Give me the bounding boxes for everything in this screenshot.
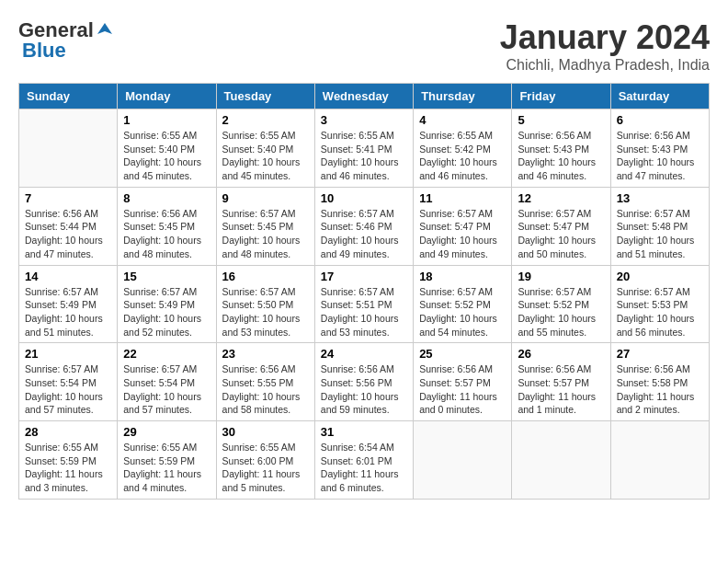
day-number: 5 (518, 113, 604, 127)
calendar-cell: 24Sunrise: 6:56 AM Sunset: 5:56 PM Dayli… (314, 343, 413, 421)
day-number: 1 (123, 113, 210, 127)
calendar-cell: 1Sunrise: 6:55 AM Sunset: 5:40 PM Daylig… (118, 109, 216, 188)
day-number: 28 (25, 425, 111, 439)
day-info: Sunrise: 6:55 AM Sunset: 5:40 PM Dayligh… (123, 129, 210, 183)
title-block: January 2024 Chichli, Madhya Pradesh, In… (500, 18, 710, 74)
calendar-cell: 18Sunrise: 6:57 AM Sunset: 5:52 PM Dayli… (414, 265, 512, 343)
day-number: 10 (321, 191, 407, 205)
day-number: 23 (222, 347, 309, 361)
day-number: 31 (321, 425, 407, 439)
day-info: Sunrise: 6:57 AM Sunset: 5:52 PM Dayligh… (419, 285, 506, 339)
day-number: 18 (419, 270, 506, 283)
calendar-week-row: 28Sunrise: 6:55 AM Sunset: 5:59 PM Dayli… (19, 421, 710, 500)
svg-marker-0 (97, 23, 112, 34)
day-number: 17 (321, 270, 407, 283)
calendar-cell: 4Sunrise: 6:55 AM Sunset: 5:42 PM Daylig… (414, 109, 512, 188)
day-info: Sunrise: 6:57 AM Sunset: 5:53 PM Dayligh… (617, 285, 703, 339)
day-number: 8 (123, 191, 210, 205)
calendar-cell: 31Sunrise: 6:54 AM Sunset: 6:01 PM Dayli… (314, 421, 413, 500)
day-info: Sunrise: 6:56 AM Sunset: 5:45 PM Dayligh… (123, 207, 210, 261)
calendar-cell: 26Sunrise: 6:56 AM Sunset: 5:57 PM Dayli… (512, 343, 610, 421)
calendar-cell: 17Sunrise: 6:57 AM Sunset: 5:51 PM Dayli… (314, 265, 413, 343)
weekday-header: Wednesday (314, 84, 413, 109)
calendar-cell: 29Sunrise: 6:55 AM Sunset: 5:59 PM Dayli… (118, 421, 216, 500)
day-info: Sunrise: 6:56 AM Sunset: 5:58 PM Dayligh… (617, 362, 703, 417)
weekday-header: Sunday (19, 84, 118, 109)
day-number: 25 (419, 347, 506, 361)
day-info: Sunrise: 6:56 AM Sunset: 5:43 PM Dayligh… (518, 129, 604, 183)
calendar-cell: 25Sunrise: 6:56 AM Sunset: 5:57 PM Dayli… (414, 343, 512, 421)
day-number: 13 (617, 191, 703, 205)
calendar-cell: 7Sunrise: 6:56 AM Sunset: 5:44 PM Daylig… (19, 187, 118, 265)
day-number: 27 (617, 347, 703, 361)
logo: General Blue (18, 18, 114, 63)
day-number: 20 (617, 270, 703, 283)
day-info: Sunrise: 6:57 AM Sunset: 5:47 PM Dayligh… (518, 207, 604, 261)
calendar-table: SundayMondayTuesdayWednesdayThursdayFrid… (18, 83, 710, 500)
calendar-cell (414, 421, 512, 500)
day-info: Sunrise: 6:57 AM Sunset: 5:52 PM Dayligh… (518, 285, 604, 339)
day-number: 22 (123, 347, 210, 361)
day-info: Sunrise: 6:56 AM Sunset: 5:57 PM Dayligh… (419, 362, 506, 417)
day-info: Sunrise: 6:56 AM Sunset: 5:56 PM Dayligh… (321, 362, 407, 417)
calendar-week-row: 14Sunrise: 6:57 AM Sunset: 5:49 PM Dayli… (19, 265, 710, 343)
day-info: Sunrise: 6:57 AM Sunset: 5:49 PM Dayligh… (25, 285, 111, 339)
day-info: Sunrise: 6:54 AM Sunset: 6:01 PM Dayligh… (321, 441, 407, 495)
calendar-cell: 2Sunrise: 6:55 AM Sunset: 5:40 PM Daylig… (216, 109, 314, 188)
day-info: Sunrise: 6:57 AM Sunset: 5:51 PM Dayligh… (321, 285, 407, 339)
day-number: 3 (321, 113, 407, 127)
page-header: General Blue January 2024 Chichli, Madhy… (18, 18, 710, 74)
weekday-header: Tuesday (216, 84, 314, 109)
day-number: 19 (518, 270, 604, 283)
calendar-cell: 9Sunrise: 6:57 AM Sunset: 5:45 PM Daylig… (216, 187, 314, 265)
day-info: Sunrise: 6:57 AM Sunset: 5:50 PM Dayligh… (222, 285, 309, 339)
month-title: January 2024 (500, 18, 710, 57)
calendar-cell: 6Sunrise: 6:56 AM Sunset: 5:43 PM Daylig… (610, 109, 709, 188)
day-info: Sunrise: 6:56 AM Sunset: 5:44 PM Dayligh… (25, 207, 111, 261)
weekday-header: Thursday (414, 84, 512, 109)
location-title: Chichli, Madhya Pradesh, India (500, 57, 710, 74)
logo-bird-icon (96, 21, 114, 40)
day-number: 21 (25, 347, 111, 361)
day-info: Sunrise: 6:57 AM Sunset: 5:45 PM Dayligh… (222, 207, 309, 261)
calendar-cell: 28Sunrise: 6:55 AM Sunset: 5:59 PM Dayli… (19, 421, 118, 500)
day-number: 11 (419, 191, 506, 205)
calendar-cell: 23Sunrise: 6:56 AM Sunset: 5:55 PM Dayli… (216, 343, 314, 421)
day-info: Sunrise: 6:57 AM Sunset: 5:54 PM Dayligh… (25, 362, 111, 417)
day-info: Sunrise: 6:57 AM Sunset: 5:54 PM Dayligh… (123, 362, 210, 417)
day-info: Sunrise: 6:57 AM Sunset: 5:49 PM Dayligh… (123, 285, 210, 339)
calendar-cell: 11Sunrise: 6:57 AM Sunset: 5:47 PM Dayli… (414, 187, 512, 265)
day-info: Sunrise: 6:56 AM Sunset: 5:55 PM Dayligh… (222, 362, 309, 417)
weekday-header: Saturday (610, 84, 709, 109)
weekday-header: Friday (512, 84, 610, 109)
calendar-cell: 13Sunrise: 6:57 AM Sunset: 5:48 PM Dayli… (610, 187, 709, 265)
calendar-cell: 8Sunrise: 6:56 AM Sunset: 5:45 PM Daylig… (118, 187, 216, 265)
calendar-cell: 21Sunrise: 6:57 AM Sunset: 5:54 PM Dayli… (19, 343, 118, 421)
calendar-cell: 5Sunrise: 6:56 AM Sunset: 5:43 PM Daylig… (512, 109, 610, 188)
day-info: Sunrise: 6:57 AM Sunset: 5:48 PM Dayligh… (617, 207, 703, 261)
day-number: 15 (123, 270, 210, 283)
calendar-cell: 30Sunrise: 6:55 AM Sunset: 6:00 PM Dayli… (216, 421, 314, 500)
day-number: 9 (222, 191, 309, 205)
day-info: Sunrise: 6:57 AM Sunset: 5:46 PM Dayligh… (321, 207, 407, 261)
calendar-cell: 16Sunrise: 6:57 AM Sunset: 5:50 PM Dayli… (216, 265, 314, 343)
day-number: 16 (222, 270, 309, 283)
calendar-cell (512, 421, 610, 500)
day-info: Sunrise: 6:55 AM Sunset: 5:40 PM Dayligh… (222, 129, 309, 183)
day-number: 4 (419, 113, 506, 127)
calendar-cell: 3Sunrise: 6:55 AM Sunset: 5:41 PM Daylig… (314, 109, 413, 188)
day-number: 24 (321, 347, 407, 361)
day-info: Sunrise: 6:55 AM Sunset: 5:41 PM Dayligh… (321, 129, 407, 183)
day-number: 6 (617, 113, 703, 127)
calendar-cell: 19Sunrise: 6:57 AM Sunset: 5:52 PM Dayli… (512, 265, 610, 343)
calendar-cell: 20Sunrise: 6:57 AM Sunset: 5:53 PM Dayli… (610, 265, 709, 343)
day-info: Sunrise: 6:55 AM Sunset: 5:42 PM Dayligh… (419, 129, 506, 183)
day-info: Sunrise: 6:57 AM Sunset: 5:47 PM Dayligh… (419, 207, 506, 261)
calendar-cell: 22Sunrise: 6:57 AM Sunset: 5:54 PM Dayli… (118, 343, 216, 421)
logo-blue-text: Blue (22, 39, 66, 63)
calendar-cell: 15Sunrise: 6:57 AM Sunset: 5:49 PM Dayli… (118, 265, 216, 343)
day-info: Sunrise: 6:55 AM Sunset: 5:59 PM Dayligh… (123, 441, 210, 495)
calendar-cell: 12Sunrise: 6:57 AM Sunset: 5:47 PM Dayli… (512, 187, 610, 265)
calendar-cell: 27Sunrise: 6:56 AM Sunset: 5:58 PM Dayli… (610, 343, 709, 421)
day-info: Sunrise: 6:56 AM Sunset: 5:43 PM Dayligh… (617, 129, 703, 183)
